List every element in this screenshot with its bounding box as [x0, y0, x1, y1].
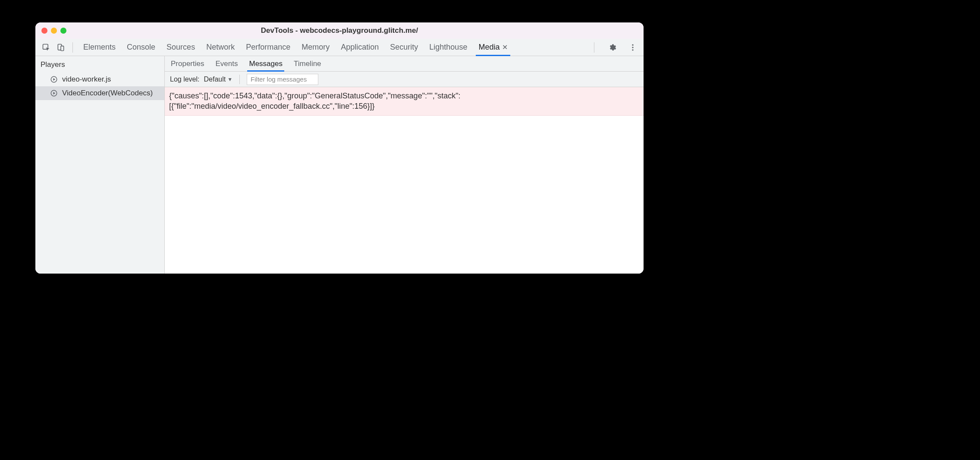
- panel-body: Players video-worker.js VideoEncoder(Web…: [35, 56, 644, 274]
- tab-security[interactable]: Security: [390, 39, 418, 56]
- divider: [594, 42, 594, 53]
- tabstrip-right-controls: [590, 42, 640, 53]
- subtab-label: Messages: [249, 60, 282, 68]
- divider: [239, 75, 240, 84]
- devtools-window: DevTools - webcodecs-playground.glitch.m…: [35, 22, 644, 274]
- tab-label: Security: [390, 43, 418, 52]
- subtab-messages[interactable]: Messages: [249, 56, 282, 71]
- play-icon: [50, 76, 58, 83]
- subtab-timeline[interactable]: Timeline: [294, 56, 321, 71]
- players-sidebar: Players video-worker.js VideoEncoder(Web…: [35, 56, 165, 274]
- tab-sources[interactable]: Sources: [166, 39, 195, 56]
- chevron-down-icon: ▼: [227, 76, 232, 82]
- tab-label: Sources: [166, 43, 195, 52]
- tab-media[interactable]: Media ✕: [478, 39, 508, 56]
- log-level-select[interactable]: Default ▼: [204, 76, 233, 83]
- svg-point-3: [632, 44, 633, 45]
- tab-label: Elements: [83, 43, 116, 52]
- subtab-properties[interactable]: Properties: [171, 56, 204, 71]
- window-title: DevTools - webcodecs-playground.glitch.m…: [35, 26, 644, 35]
- tab-label: Console: [127, 43, 155, 52]
- sidebar-header: Players: [35, 56, 164, 72]
- player-item[interactable]: VideoEncoder(WebCodecs): [35, 86, 164, 100]
- filter-bar: Log level: Default ▼: [165, 72, 644, 87]
- subtab-label: Properties: [171, 60, 204, 68]
- play-icon: [50, 89, 58, 97]
- panel-tabstrip: Elements Console Sources Network Perform…: [35, 39, 644, 56]
- window-controls: [41, 28, 66, 34]
- minimize-window-button[interactable]: [51, 28, 57, 34]
- close-icon[interactable]: ✕: [502, 43, 508, 51]
- svg-rect-2: [61, 46, 64, 50]
- player-item-label: VideoEncoder(WebCodecs): [62, 89, 153, 98]
- tab-label: Application: [341, 43, 379, 52]
- media-subtabs: Properties Events Messages Timeline: [165, 56, 644, 72]
- tab-label: Network: [206, 43, 235, 52]
- titlebar: DevTools - webcodecs-playground.glitch.m…: [35, 22, 644, 39]
- device-toolbar-icon[interactable]: [56, 43, 66, 52]
- tab-elements[interactable]: Elements: [83, 39, 116, 56]
- maximize-window-button[interactable]: [60, 28, 66, 34]
- subtab-label: Timeline: [294, 60, 321, 68]
- subtab-events[interactable]: Events: [215, 56, 238, 71]
- tab-console[interactable]: Console: [127, 39, 155, 56]
- filter-input[interactable]: [247, 74, 318, 85]
- divider: [72, 42, 73, 53]
- tab-lighthouse[interactable]: Lighthouse: [429, 39, 467, 56]
- message-row[interactable]: {"causes":[],"code":1543,"data":{},"grou…: [165, 87, 644, 116]
- message-text: {"causes":[],"code":1543,"data":{},"grou…: [169, 91, 461, 110]
- log-level-label: Log level:: [170, 76, 200, 83]
- player-item[interactable]: video-worker.js: [35, 72, 164, 86]
- tab-performance[interactable]: Performance: [246, 39, 290, 56]
- svg-point-4: [632, 47, 633, 48]
- log-level-value: Default: [204, 76, 226, 83]
- tab-label: Performance: [246, 43, 290, 52]
- inspect-element-icon[interactable]: [41, 43, 51, 52]
- tab-memory[interactable]: Memory: [302, 39, 330, 56]
- gear-icon[interactable]: [607, 43, 617, 52]
- player-item-label: video-worker.js: [62, 75, 111, 84]
- tab-label: Media: [478, 43, 499, 52]
- tab-label: Lighthouse: [429, 43, 467, 52]
- panel-tabs: Elements Console Sources Network Perform…: [83, 39, 590, 56]
- messages-list: {"causes":[],"code":1543,"data":{},"grou…: [165, 87, 644, 274]
- subtab-label: Events: [215, 60, 238, 68]
- tab-application[interactable]: Application: [341, 39, 379, 56]
- tab-label: Memory: [302, 43, 330, 52]
- tab-network[interactable]: Network: [206, 39, 235, 56]
- close-window-button[interactable]: [41, 28, 47, 34]
- content-area: Properties Events Messages Timeline Log …: [165, 56, 644, 274]
- svg-point-5: [632, 49, 633, 50]
- kebab-menu-icon[interactable]: [628, 43, 638, 52]
